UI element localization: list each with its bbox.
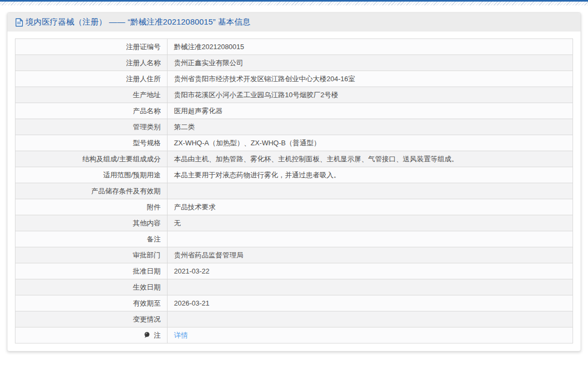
table-row: 注册人名称 贵州正鑫实业有限公司 <box>15 55 573 71</box>
table-row: 附件 产品技术要求 <box>15 199 573 215</box>
row-value: 贵州正鑫实业有限公司 <box>174 59 243 67</box>
table-row: 适用范围/预期用途 本品主要用于对液态药物进行雾化，并通过患者吸入。 <box>15 167 573 183</box>
row-value: 贵州省药品监督管理局 <box>174 251 243 259</box>
row-label: 产品名称 <box>133 107 161 115</box>
row-label: 变更情况 <box>133 315 161 323</box>
page-title: 境内医疗器械（注册） —— “黔械注准20212080015” 基本信息 <box>26 17 250 27</box>
row-label: 有效期至 <box>133 299 161 307</box>
row-value: 贵州省贵阳市经济技术开发区锦江路创业中心大楼204-16室 <box>174 75 355 83</box>
table-row: 其他内容 无 <box>15 215 573 231</box>
row-label: 审批部门 <box>133 251 161 259</box>
row-value: 贵阳市花溪区小河小孟工业园乌江路10号烟胶厂2号楼 <box>174 91 338 99</box>
row-label: 备注 <box>147 235 161 243</box>
row-label: 产品储存条件及有效期 <box>91 187 161 195</box>
table-row: 结构及组成/主要组成成分 本品由主机、加热管路、雾化杯、主机控制面板、主机显示屏… <box>15 151 573 167</box>
row-value: 2021-03-22 <box>174 267 210 275</box>
row-value: 本品由主机、加热管路、雾化杯、主机控制面板、主机显示屏、气管接口、送风装置等组成… <box>174 155 458 163</box>
row-label: 生产地址 <box>133 91 161 99</box>
table-body: 注册证编号 黔械注准20212080015 注册人名称 贵州正鑫实业有限公司 <box>15 39 573 343</box>
note-icon <box>144 332 150 340</box>
table-row: 批准日期 2021-03-22 <box>15 263 573 279</box>
row-value: 无 <box>174 219 181 227</box>
row-value: 2026-03-21 <box>174 299 210 307</box>
row-label: 注册证编号 <box>126 43 161 51</box>
row-label: 批准日期 <box>133 267 161 275</box>
row-value: 本品主要用于对液态药物进行雾化，并通过患者吸入。 <box>174 171 340 179</box>
row-label: 附件 <box>147 203 161 211</box>
card-header: 境内医疗器械（注册） —— “黔械注准20212080015” 基本信息 <box>7 13 581 32</box>
row-value: ZX-WHQ-A（加热型）、ZX-WHQ-B（普通型） <box>174 139 320 147</box>
table-row: 生产地址 贵阳市花溪区小河小孟工业园乌江路10号烟胶厂2号楼 <box>15 87 573 103</box>
table-row: 注册证编号 黔械注准20212080015 <box>15 39 573 55</box>
row-label: 型号规格 <box>133 139 161 147</box>
registration-table: 注册证编号 黔械注准20212080015 注册人名称 贵州正鑫实业有限公司 <box>15 38 573 343</box>
row-label: 管理类别 <box>133 123 161 131</box>
table-row: 变更情况 <box>15 311 573 327</box>
table-row: 产品储存条件及有效期 <box>15 183 573 199</box>
row-label: 注 <box>154 331 161 339</box>
row-value: 产品技术要求 <box>174 203 216 211</box>
table-row: 注册人住所 贵州省贵阳市经济技术开发区锦江路创业中心大楼204-16室 <box>15 71 573 87</box>
row-value: 黔械注准20212080015 <box>174 43 244 51</box>
table-row: 有效期至 2026-03-21 <box>15 295 573 311</box>
table-row: 生效日期 <box>15 279 573 295</box>
document-icon <box>15 18 23 27</box>
row-label: 注册人名称 <box>126 59 161 67</box>
detail-link[interactable]: 详情 <box>174 331 188 339</box>
table-row: 型号规格 ZX-WHQ-A（加热型）、ZX-WHQ-B（普通型） <box>15 135 573 151</box>
row-label: 其他内容 <box>133 219 161 227</box>
table-row: 产品名称 医用超声雾化器 <box>15 103 573 119</box>
row-label: 适用范围/预期用途 <box>103 171 161 179</box>
table-row: 管理类别 第二类 <box>15 119 573 135</box>
table-row: 备注 <box>15 231 573 247</box>
row-label: 注册人住所 <box>126 75 161 83</box>
row-value: 医用超声雾化器 <box>174 107 223 115</box>
table-row: 注 详情 <box>15 327 573 343</box>
table-row: 审批部门 贵州省药品监督管理局 <box>15 247 573 263</box>
hatch-pattern-strip <box>0 2 588 5</box>
row-label: 生效日期 <box>133 283 161 291</box>
row-label: 结构及组成/主要组成成分 <box>82 155 161 163</box>
row-value: 第二类 <box>174 123 195 131</box>
registration-card: 境内医疗器械（注册） —— “黔械注准20212080015” 基本信息 注册证… <box>7 12 581 352</box>
